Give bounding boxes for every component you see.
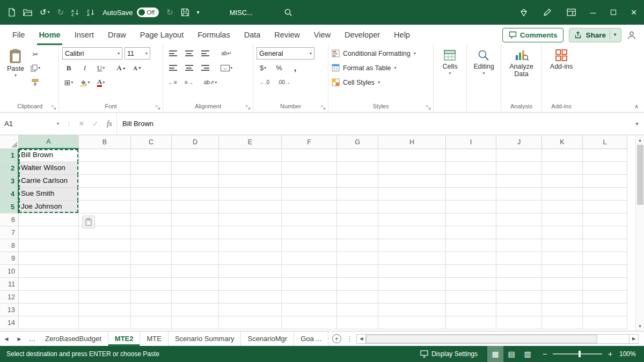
cell-I11[interactable] — [446, 278, 496, 291]
cut-button[interactable]: ✂ — [29, 48, 42, 60]
cell-B14[interactable] — [79, 316, 131, 329]
cell-H13[interactable] — [378, 304, 446, 316]
dialog-launcher-icon[interactable] — [52, 105, 56, 110]
cell-E13[interactable] — [219, 304, 282, 316]
align-left-button[interactable] — [166, 62, 179, 74]
column-header-J[interactable]: J — [496, 135, 542, 149]
cell-K11[interactable] — [542, 278, 583, 291]
cell-L12[interactable] — [583, 291, 627, 304]
cell-J1[interactable] — [496, 149, 542, 162]
redo-button[interactable]: ↻ — [57, 8, 64, 17]
cell-A1[interactable]: Bill Brown — [19, 149, 79, 162]
cell-E8[interactable] — [219, 239, 282, 252]
cell-I4[interactable] — [446, 188, 496, 201]
cell-F6[interactable] — [282, 213, 337, 226]
share-button[interactable]: Share ▾ — [569, 28, 621, 42]
row-header-13[interactable]: 13 — [0, 304, 19, 316]
cell-D6[interactable] — [172, 213, 219, 226]
enter-button[interactable]: ✓ — [89, 113, 103, 135]
cell-J4[interactable] — [496, 188, 542, 201]
decrease-indent-button[interactable]: ←≡ — [166, 77, 179, 88]
cell-H1[interactable] — [378, 149, 446, 162]
formula-input[interactable]: Bill Brown — [116, 113, 630, 135]
cell-B4[interactable] — [79, 188, 131, 201]
cell-E9[interactable] — [219, 252, 282, 265]
diamond-icon[interactable] — [512, 0, 536, 25]
cell-I10[interactable] — [446, 265, 496, 278]
cell-B2[interactable] — [79, 162, 131, 175]
cell-F3[interactable] — [282, 175, 337, 188]
cell-I3[interactable] — [446, 175, 496, 188]
cell-J8[interactable] — [496, 239, 542, 252]
cell-I14[interactable] — [446, 316, 496, 329]
dialog-launcher-icon[interactable] — [426, 105, 431, 110]
decrease-font-size-button[interactable]: A▼ — [131, 62, 144, 74]
cell-E2[interactable] — [219, 162, 282, 175]
ribbon-tab[interactable]: View — [307, 25, 338, 45]
insert-function-button[interactable]: fx — [103, 113, 116, 135]
cell-G14[interactable] — [337, 316, 378, 329]
cell-G12[interactable] — [337, 291, 378, 304]
cell-F14[interactable] — [282, 316, 337, 329]
cell-H12[interactable] — [378, 291, 446, 304]
dialog-launcher-icon[interactable] — [156, 105, 160, 110]
cell-K7[interactable] — [542, 226, 583, 239]
cell-E5[interactable] — [219, 201, 282, 213]
cell-J3[interactable] — [496, 175, 542, 188]
cell-I13[interactable] — [446, 304, 496, 316]
sheet-tab[interactable]: Scenario Summary — [169, 331, 241, 346]
cell-A14[interactable] — [19, 316, 79, 329]
display-settings-button[interactable]: Display Settings — [411, 346, 487, 362]
cell-K12[interactable] — [542, 291, 583, 304]
name-box[interactable]: A1 ▾ — [0, 113, 63, 135]
cell-H14[interactable] — [378, 316, 446, 329]
add-ins-button[interactable]: Add-ins — [547, 47, 575, 72]
cell-C12[interactable] — [131, 291, 172, 304]
cell-F13[interactable] — [282, 304, 337, 316]
cell-D13[interactable] — [172, 304, 219, 316]
row-header-4[interactable]: 4 — [0, 188, 19, 201]
cell-G11[interactable] — [337, 278, 378, 291]
cell-C10[interactable] — [131, 265, 172, 278]
cell-L11[interactable] — [583, 278, 627, 291]
cell-I2[interactable] — [446, 162, 496, 175]
cell-J2[interactable] — [496, 162, 542, 175]
cell-D2[interactable] — [172, 162, 219, 175]
cell-C8[interactable] — [131, 239, 172, 252]
row-header-5[interactable]: 5 — [0, 201, 19, 213]
accounting-format-button[interactable]: $▾ — [257, 62, 269, 74]
cell-E12[interactable] — [219, 291, 282, 304]
sort-za-icon[interactable]: ZA — [87, 9, 95, 16]
cell-E14[interactable] — [219, 316, 282, 329]
cell-E4[interactable] — [219, 188, 282, 201]
cell-K8[interactable] — [542, 239, 583, 252]
cell-K14[interactable] — [542, 316, 583, 329]
cell-F10[interactable] — [282, 265, 337, 278]
horizontal-scrollbar[interactable]: ◀ ▶ — [356, 334, 639, 344]
dialog-launcher-icon[interactable] — [246, 105, 251, 110]
cell-B3[interactable] — [79, 175, 131, 188]
column-header-H[interactable]: H — [378, 135, 446, 149]
cell-L3[interactable] — [583, 175, 627, 188]
cell-B5[interactable] — [79, 201, 131, 213]
cell-L5[interactable] — [583, 201, 627, 213]
cell-J14[interactable] — [496, 316, 542, 329]
new-sheet-button[interactable]: + — [328, 331, 345, 346]
row-header-1[interactable]: 1 — [0, 149, 19, 162]
cell-A12[interactable] — [19, 291, 79, 304]
format-as-table-button[interactable]: Format as Table ▾ — [332, 62, 416, 74]
cell-G4[interactable] — [337, 188, 378, 201]
cell-J6[interactable] — [496, 213, 542, 226]
cell-C3[interactable] — [131, 175, 172, 188]
cell-C1[interactable] — [131, 149, 172, 162]
zoom-level[interactable]: 100% — [619, 350, 644, 358]
increase-font-size-button[interactable]: A▲ — [115, 62, 128, 74]
cell-L10[interactable] — [583, 265, 627, 278]
cell-I8[interactable] — [446, 239, 496, 252]
cell-H10[interactable] — [378, 265, 446, 278]
cell-L1[interactable] — [583, 149, 627, 162]
row-header-2[interactable]: 2 — [0, 162, 19, 175]
cell-L7[interactable] — [583, 226, 627, 239]
comments-button[interactable]: Comments — [502, 28, 564, 42]
cell-H11[interactable] — [378, 278, 446, 291]
